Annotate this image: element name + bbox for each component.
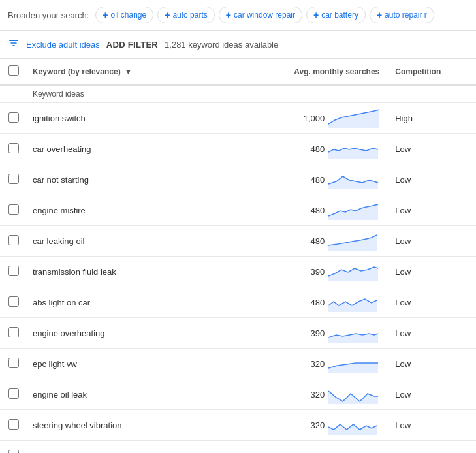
keyword-cell: engine misfire <box>27 195 217 226</box>
row-checkbox[interactable] <box>8 235 19 245</box>
chip-car-battery[interactable]: + car battery <box>306 7 366 23</box>
table-row: epc light vw320Low <box>0 349 476 379</box>
section-header-label: Keyword ideas <box>27 85 217 103</box>
searches-cell: 260 <box>217 441 385 454</box>
searches-cell: 320 <box>217 349 385 379</box>
sparkline-chart <box>327 200 379 220</box>
row-checkbox-cell[interactable] <box>0 410 27 441</box>
keyword-cell: transmission fluid leak <box>27 257 217 287</box>
row-checkbox-cell[interactable] <box>0 103 27 134</box>
keyword-cell: engine oil leak <box>27 379 217 410</box>
searches-cell: 320 <box>217 379 385 410</box>
table-row: car leaking oil480Low <box>0 226 476 257</box>
row-checkbox[interactable] <box>8 296 19 307</box>
chip-car-window-repair[interactable]: + car window repair <box>219 7 302 23</box>
keyword-column-header[interactable]: Keyword (by relevance) ▼ <box>27 59 217 85</box>
row-checkbox-cell[interactable] <box>0 164 27 195</box>
row-checkbox-cell[interactable] <box>0 226 27 257</box>
keyword-cell: car not starting <box>27 164 217 195</box>
keywords-table-container: Keyword (by relevance) ▼ Avg. monthly se… <box>0 59 476 453</box>
keyword-cell: engine overheating <box>27 318 217 349</box>
searches-cell: 480 <box>217 287 385 318</box>
chip-label: auto repair r <box>385 10 427 20</box>
sparkline-chart <box>327 446 379 453</box>
table-row: steering wheel vibration320Low <box>0 410 476 441</box>
broaden-search-bar: Broaden your search: + oil change + auto… <box>0 0 476 31</box>
table-row: engine misfire480Low <box>0 195 476 226</box>
table-row: transmission fluid leak390Low <box>0 257 476 287</box>
chip-label: auto parts <box>172 10 207 20</box>
chip-label: car battery <box>321 10 358 20</box>
row-checkbox[interactable] <box>8 112 19 123</box>
row-checkbox-cell[interactable] <box>0 441 27 454</box>
add-filter-button[interactable]: ADD FILTER <box>106 40 158 50</box>
keyword-cell: epc light vw <box>27 349 217 379</box>
sparkline-chart <box>327 292 379 312</box>
competition-column-header: Competition <box>385 59 476 85</box>
keyword-cell: abs light on car <box>27 287 217 318</box>
searches-cell: 480 <box>217 134 385 164</box>
table-header-row: Keyword (by relevance) ▼ Avg. monthly se… <box>0 59 476 85</box>
searches-cell: 480 <box>217 164 385 195</box>
searches-column-header: Avg. monthly searches <box>217 59 385 85</box>
sparkline-chart <box>327 354 379 373</box>
searches-cell: 1,000 <box>217 103 385 134</box>
competition-cell: Low <box>385 164 476 195</box>
row-checkbox[interactable] <box>8 266 19 276</box>
searches-cell: 390 <box>217 257 385 287</box>
row-checkbox[interactable] <box>8 358 19 368</box>
select-all-header[interactable] <box>0 59 27 85</box>
plus-icon: + <box>165 10 170 20</box>
row-checkbox[interactable] <box>8 204 19 215</box>
row-checkbox-cell[interactable] <box>0 195 27 226</box>
competition-cell: Low <box>385 410 476 441</box>
competition-cell: Low <box>385 441 476 454</box>
sparkline-chart <box>327 262 379 281</box>
keywords-table: Keyword (by relevance) ▼ Avg. monthly se… <box>0 59 476 453</box>
row-checkbox-cell[interactable] <box>0 349 27 379</box>
select-all-checkbox[interactable] <box>8 65 19 76</box>
row-checkbox[interactable] <box>8 388 19 399</box>
row-checkbox-cell[interactable] <box>0 318 27 349</box>
sparkline-chart <box>327 323 379 343</box>
competition-cell: Low <box>385 379 476 410</box>
competition-cell: Low <box>385 349 476 379</box>
sparkline-chart <box>327 170 379 189</box>
row-checkbox[interactable] <box>8 419 19 430</box>
table-row: abs light on car480Low <box>0 287 476 318</box>
filter-bar: Exclude adult ideas ADD FILTER 1,281 key… <box>0 31 476 59</box>
searches-cell: 480 <box>217 226 385 257</box>
competition-cell: Low <box>385 226 476 257</box>
competition-cell: Low <box>385 134 476 164</box>
plus-icon: + <box>103 10 108 20</box>
row-checkbox[interactable] <box>8 143 19 153</box>
sparkline-chart <box>327 231 379 251</box>
chip-label: car window repair <box>234 10 295 20</box>
table-row: car not starting480Low <box>0 164 476 195</box>
competition-cell: High <box>385 103 476 134</box>
competition-cell: Low <box>385 257 476 287</box>
competition-cell: Low <box>385 287 476 318</box>
sparkline-chart <box>327 108 379 128</box>
chip-auto-repair[interactable]: + auto repair r <box>370 7 434 23</box>
row-checkbox-cell[interactable] <box>0 287 27 318</box>
row-checkbox-cell[interactable] <box>0 257 27 287</box>
row-checkbox-cell[interactable] <box>0 134 27 164</box>
chip-oil-change[interactable]: + oil change <box>95 7 153 23</box>
row-checkbox[interactable] <box>8 174 19 184</box>
row-checkbox-cell[interactable] <box>0 379 27 410</box>
row-checkbox[interactable] <box>8 450 19 454</box>
keyword-cell: subaru head gasket <box>27 441 217 454</box>
table-row: ignition switch1,000High <box>0 103 476 134</box>
searches-cell: 320 <box>217 410 385 441</box>
chip-label: oil change <box>110 10 146 20</box>
searches-cell: 480 <box>217 195 385 226</box>
section-header-row: Keyword ideas <box>0 85 476 103</box>
sort-icon: ▼ <box>125 68 132 76</box>
plus-icon: + <box>377 10 382 20</box>
exclude-adults-link[interactable]: Exclude adult ideas <box>26 40 100 50</box>
keyword-cell: ignition switch <box>27 103 217 134</box>
row-checkbox[interactable] <box>8 327 19 337</box>
sparkline-chart <box>327 139 379 159</box>
chip-auto-parts[interactable]: + auto parts <box>157 7 215 23</box>
